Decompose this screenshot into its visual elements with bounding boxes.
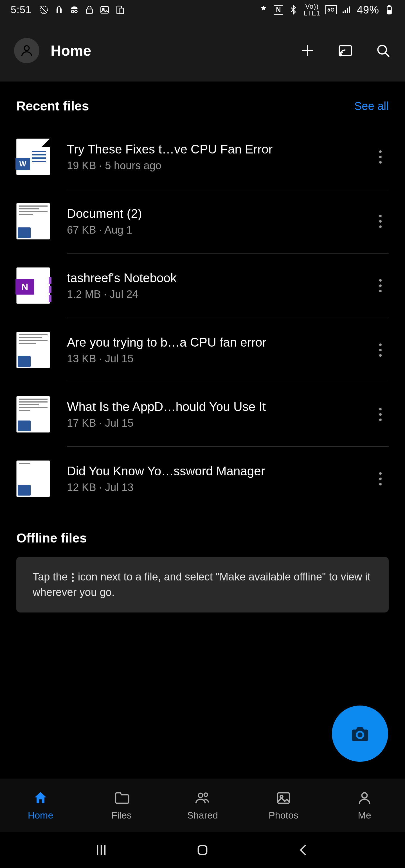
android-status-bar: 5:51 N Vo))LTE1 5G 49% — [0, 0, 405, 20]
file-thumbnail-word-icon: W — [16, 138, 50, 175]
nav-home[interactable]: Home — [0, 779, 81, 832]
file-meta: 13 KB · Jul 15 — [67, 353, 366, 365]
status-prayer-icon — [54, 5, 64, 15]
more-vertical-icon — [72, 573, 74, 582]
offline-files-heading: Offline files — [16, 511, 389, 557]
recents-button[interactable] — [91, 840, 111, 860]
file-item[interactable]: Are you trying to b…a CPU fan error 13 K… — [16, 318, 389, 382]
status-bluetooth-icon — [288, 5, 298, 15]
app-header: Home — [0, 20, 405, 82]
svg-point-15 — [24, 46, 29, 51]
search-button[interactable] — [375, 43, 391, 59]
svg-rect-14 — [387, 10, 391, 14]
file-more-button[interactable] — [372, 143, 389, 171]
status-picture-icon — [99, 5, 110, 15]
status-battery-percent: 49% — [357, 4, 379, 16]
svg-line-3 — [40, 6, 47, 13]
status-location-off-icon — [39, 5, 49, 15]
android-nav-bar — [0, 832, 405, 868]
back-button[interactable] — [294, 840, 314, 860]
bottom-nav: Home Files Shared Photos Me — [0, 779, 405, 832]
file-meta: 1.2 MB · Jul 24 — [67, 288, 366, 301]
home-button[interactable] — [193, 840, 212, 860]
file-name: Are you trying to b…a CPU fan error — [67, 335, 366, 349]
see-all-link[interactable]: See all — [354, 100, 389, 113]
svg-rect-25 — [278, 793, 289, 803]
nav-photos-label: Photos — [268, 810, 298, 821]
svg-point-20 — [378, 45, 386, 54]
file-item[interactable]: Document (2) 67 KB · Aug 1 — [16, 189, 389, 253]
offline-tip-text-after: icon next to a file, and select "Make av… — [33, 571, 370, 598]
file-item[interactable]: W Try These Fixes t…ve CPU Fan Error 19 … — [16, 125, 389, 189]
status-nfc-icon: N — [274, 5, 283, 14]
file-name: What Is the AppD…hould You Use It — [67, 400, 366, 414]
file-meta: 17 KB · Jul 15 — [67, 417, 366, 429]
status-volte-icon: Vo))LTE1 — [303, 3, 320, 17]
nav-home-label: Home — [28, 810, 53, 821]
status-lock-icon — [84, 5, 94, 15]
file-name: tashreef's Notebook — [67, 271, 366, 285]
file-thumbnail-onenote-icon: N — [16, 267, 50, 304]
file-more-button[interactable] — [372, 207, 389, 235]
file-more-button[interactable] — [372, 336, 389, 364]
svg-point-19 — [340, 54, 342, 56]
status-battery-saver-icon — [258, 5, 268, 15]
file-more-button[interactable] — [372, 465, 389, 493]
file-item[interactable]: What Is the AppD…hould You Use It 17 KB … — [16, 382, 389, 446]
file-meta: 67 KB · Aug 1 — [67, 224, 366, 236]
camera-fab[interactable] — [332, 706, 388, 762]
svg-point-27 — [362, 793, 367, 798]
status-time: 5:51 — [11, 4, 31, 16]
file-thumbnail-word-icon — [16, 396, 50, 433]
cast-button[interactable] — [338, 43, 353, 59]
svg-rect-11 — [120, 8, 124, 14]
nav-shared[interactable]: Shared — [162, 779, 243, 832]
nav-photos[interactable]: Photos — [243, 779, 324, 832]
svg-rect-7 — [87, 9, 92, 14]
file-item[interactable]: N tashreef's Notebook 1.2 MB · Jul 24 — [16, 253, 389, 318]
svg-line-21 — [385, 53, 389, 57]
svg-point-5 — [75, 10, 77, 13]
status-5g-icon: 5G — [325, 5, 337, 14]
file-more-button[interactable] — [372, 400, 389, 428]
status-device-icon — [115, 5, 125, 15]
file-item[interactable]: Did You Know Yo…ssword Manager 12 KB · J… — [16, 447, 389, 511]
file-name: Try These Fixes t…ve CPU Fan Error — [67, 142, 366, 156]
add-button[interactable] — [300, 43, 316, 59]
svg-point-23 — [198, 793, 202, 798]
file-more-button[interactable] — [372, 272, 389, 300]
nav-files[interactable]: Files — [81, 779, 162, 832]
status-incognito-icon — [69, 5, 79, 15]
account-avatar[interactable] — [14, 38, 39, 63]
file-meta: 19 KB · 5 hours ago — [67, 160, 366, 172]
svg-point-24 — [204, 793, 208, 796]
nav-shared-label: Shared — [187, 810, 218, 821]
status-signal-icon — [342, 5, 352, 15]
status-battery-icon — [384, 5, 394, 15]
offline-tip-card: Tap the icon next to a file, and select … — [16, 557, 389, 613]
file-thumbnail-word-icon — [16, 460, 50, 497]
file-name: Document (2) — [67, 207, 366, 221]
offline-tip-text-before: Tap the — [33, 571, 70, 583]
file-meta: 12 KB · Jul 13 — [67, 482, 366, 494]
svg-point-4 — [71, 10, 74, 13]
svg-rect-8 — [101, 6, 109, 13]
recent-files-heading: Recent files — [16, 98, 89, 114]
page-title: Home — [51, 42, 300, 59]
nav-files-label: Files — [111, 810, 132, 821]
file-name: Did You Know Yo…ssword Manager — [67, 464, 366, 478]
svg-rect-31 — [198, 846, 207, 854]
recent-files-list: W Try These Fixes t…ve CPU Fan Error 19 … — [16, 125, 389, 511]
file-thumbnail-word-icon — [16, 332, 50, 368]
nav-me-label: Me — [358, 810, 371, 821]
svg-rect-13 — [388, 6, 390, 6]
file-thumbnail-word-icon — [16, 203, 50, 240]
nav-me[interactable]: Me — [324, 779, 405, 832]
